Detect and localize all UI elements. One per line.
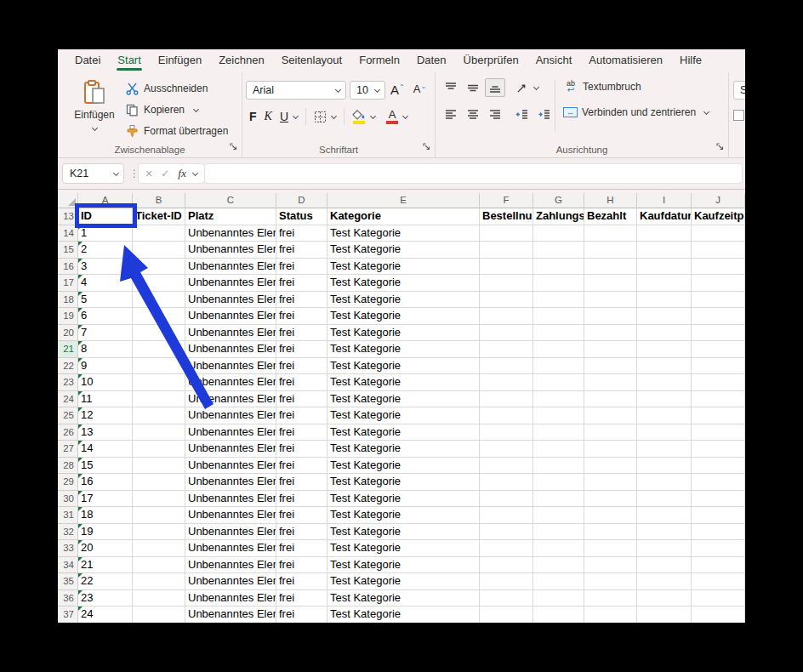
cell-F33[interactable] — [480, 540, 533, 557]
cell-J35[interactable] — [692, 573, 745, 590]
row-header-22[interactable]: 22 — [58, 358, 78, 375]
cell-C16[interactable]: Unbenanntes Element — [185, 259, 276, 276]
row-header-17[interactable]: 17 — [58, 275, 78, 292]
cell-I17[interactable] — [637, 275, 692, 292]
cell-H14[interactable] — [584, 225, 637, 242]
cell-A34[interactable]: 21 — [78, 557, 133, 574]
cell-G16[interactable] — [533, 259, 584, 276]
cell-D28[interactable]: frei — [276, 458, 327, 475]
cell-J23[interactable] — [692, 374, 745, 391]
cell-F27[interactable] — [480, 441, 533, 458]
row-header-27[interactable]: 27 — [58, 441, 78, 458]
row-header-14[interactable]: 14 — [58, 225, 78, 242]
column-header-J[interactable]: J — [692, 193, 745, 208]
cell-B21[interactable] — [133, 341, 185, 358]
cancel-icon[interactable]: × — [145, 167, 152, 180]
cell-I18[interactable] — [637, 292, 692, 309]
select-all-corner[interactable] — [58, 193, 78, 208]
column-header-G[interactable]: G — [533, 193, 584, 208]
cell-I14[interactable] — [637, 225, 692, 242]
grow-font-button[interactable]: A⌃ — [390, 83, 405, 97]
row-header-36[interactable]: 36 — [58, 590, 78, 607]
chevron-down-icon[interactable] — [703, 108, 709, 114]
cell-D33[interactable]: frei — [276, 540, 327, 557]
cell-I21[interactable] — [637, 341, 692, 358]
cell-C17[interactable]: Unbenanntes Element — [185, 275, 276, 292]
cell-A23[interactable]: 10 — [78, 374, 133, 391]
column-header-H[interactable]: H — [584, 193, 637, 208]
cell-I34[interactable] — [637, 557, 692, 574]
cell-J24[interactable] — [692, 391, 745, 408]
cell-G33[interactable] — [533, 540, 584, 557]
column-header-A[interactable]: A — [78, 193, 133, 208]
cell-J31[interactable] — [692, 507, 745, 524]
cell-D26[interactable]: frei — [276, 424, 327, 441]
cell-F14[interactable] — [480, 225, 533, 242]
tab-ansicht[interactable]: Ansicht — [527, 49, 581, 72]
cell-F17[interactable] — [480, 275, 533, 292]
cell-F23[interactable] — [480, 374, 533, 391]
cell-E22[interactable]: Test Kategorie — [327, 358, 480, 375]
cell-D27[interactable]: frei — [276, 441, 327, 458]
cell-F15[interactable] — [480, 242, 533, 259]
cell-D31[interactable]: frei — [276, 507, 327, 524]
cell-C23[interactable]: Unbenanntes Element — [185, 374, 276, 391]
cell-A19[interactable]: 6 — [78, 308, 133, 325]
number-format-icon-partial[interactable] — [733, 110, 744, 121]
cell-I28[interactable] — [637, 458, 692, 475]
cell-C29[interactable]: Unbenanntes Element — [185, 474, 276, 491]
cell-A17[interactable]: 4 — [78, 275, 133, 292]
cell-J33[interactable] — [692, 540, 745, 557]
cell-B35[interactable] — [133, 573, 185, 590]
cell-A30[interactable]: 17 — [78, 491, 133, 508]
row-header-30[interactable]: 30 — [58, 491, 78, 508]
cell-F21[interactable] — [480, 341, 533, 358]
cell-G25[interactable] — [533, 407, 584, 424]
cell-J25[interactable] — [692, 407, 745, 424]
cell-G17[interactable] — [533, 275, 584, 292]
cell-B14[interactable] — [133, 225, 185, 242]
align-middle-button[interactable] — [463, 78, 483, 97]
fill-color-button[interactable] — [352, 110, 366, 124]
cell-G15[interactable] — [533, 242, 584, 259]
cell-J29[interactable] — [692, 474, 745, 491]
cell-I36[interactable] — [637, 590, 692, 607]
tab-ueberpruefen[interactable]: Überprüfen — [455, 49, 527, 72]
row-header-20[interactable]: 20 — [58, 325, 78, 342]
cell-H19[interactable] — [584, 308, 637, 325]
cell-D24[interactable]: frei — [276, 391, 327, 408]
column-header-B[interactable]: B — [133, 193, 185, 208]
cell-E30[interactable]: Test Kategorie — [327, 491, 480, 508]
row-header-35[interactable]: 35 — [58, 573, 78, 590]
font-color-button[interactable]: A — [386, 110, 398, 124]
cell-F22[interactable] — [480, 358, 533, 375]
cell-H25[interactable] — [584, 407, 637, 424]
column-header-D[interactable]: D — [276, 193, 327, 208]
cell-A26[interactable]: 13 — [78, 424, 133, 441]
cell-E26[interactable]: Test Kategorie — [327, 424, 480, 441]
cell-A20[interactable]: 7 — [78, 325, 133, 342]
cell-C37[interactable]: Unbenanntes Element — [185, 607, 276, 623]
cell-J26[interactable] — [692, 424, 745, 441]
cell-I29[interactable] — [637, 474, 692, 491]
cell-B33[interactable] — [133, 540, 185, 557]
cell-D30[interactable]: frei — [276, 491, 327, 508]
cell-H23[interactable] — [584, 374, 637, 391]
cell-C36[interactable]: Unbenanntes Element — [185, 590, 276, 607]
column-header-F[interactable]: F — [480, 193, 533, 208]
italic-button[interactable]: K — [265, 110, 272, 123]
cell-E15[interactable]: Test Kategorie — [327, 242, 480, 259]
cell-J17[interactable] — [692, 275, 745, 292]
cell-C26[interactable]: Unbenanntes Element — [185, 424, 276, 441]
tab-datei[interactable]: Datei — [66, 49, 109, 72]
cell-E37[interactable]: Test Kategorie — [327, 607, 480, 623]
cell-I30[interactable] — [637, 491, 692, 508]
row-header-16[interactable]: 16 — [58, 259, 78, 276]
cell-C20[interactable]: Unbenanntes Element — [185, 325, 276, 342]
cell-E36[interactable]: Test Kategorie — [327, 590, 480, 607]
copy-button[interactable]: Kopieren — [126, 101, 198, 118]
cell-D18[interactable]: frei — [276, 292, 327, 309]
cell-J22[interactable] — [692, 358, 745, 375]
cell-J32[interactable] — [692, 524, 745, 541]
cut-button[interactable]: Ausschneiden — [126, 80, 208, 97]
